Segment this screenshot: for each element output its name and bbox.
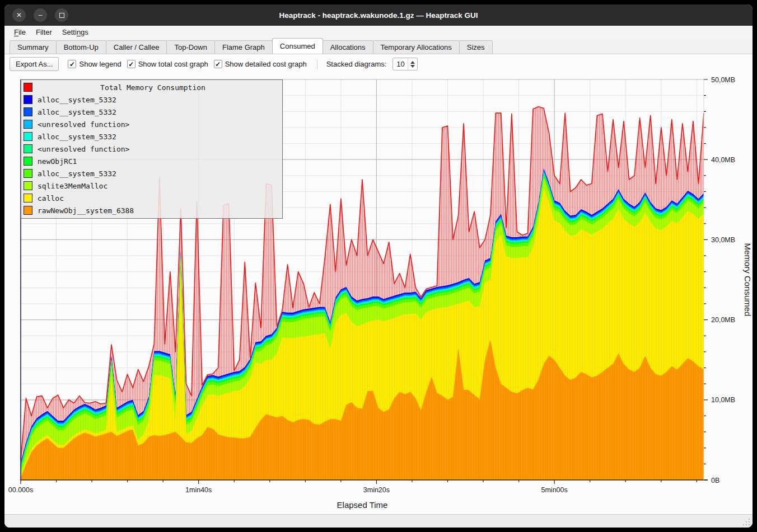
maximize-icon bbox=[59, 13, 64, 18]
minimize-button[interactable]: – bbox=[34, 8, 47, 22]
stacked-diagrams-label: Stacked diagrams: bbox=[326, 60, 387, 68]
legend-item: newObjRC1 bbox=[21, 155, 282, 167]
legend-swatch bbox=[24, 83, 32, 92]
toolbar: Export As... ✓Show legend✓Show total cos… bbox=[4, 54, 753, 74]
tab-flame-graph[interactable]: Flame Graph bbox=[214, 40, 273, 54]
consumed-chart[interactable]: 00.000s1min40s3min20s5min00s0B10,0MB20,0… bbox=[4, 74, 753, 514]
resize-grip-icon[interactable] bbox=[743, 519, 750, 525]
legend-item: <unresolved function> bbox=[21, 118, 282, 130]
menu-settings[interactable]: Settings bbox=[57, 27, 94, 37]
legend-swatch bbox=[24, 107, 32, 116]
legend-label: Total Memory Consumption bbox=[100, 83, 205, 92]
stacked-diagrams-spinbox[interactable]: 10 bbox=[392, 58, 418, 70]
legend-label: alloc__system_5332 bbox=[38, 96, 116, 104]
checkbox-label: Show total cost graph bbox=[138, 60, 208, 68]
svg-text:3min20s: 3min20s bbox=[363, 486, 390, 494]
tab-top-down[interactable]: Top-Down bbox=[166, 40, 215, 54]
svg-text:10,0MB: 10,0MB bbox=[711, 396, 735, 404]
window-controls: ✕– bbox=[12, 8, 68, 22]
legend-title-row: Total Memory Consumption bbox=[21, 81, 282, 93]
title-bar[interactable]: ✕– Heaptrack - heaptrack.wakunode.1.gz —… bbox=[4, 4, 753, 26]
legend-item: sqlite3MemMalloc bbox=[21, 180, 282, 192]
x-axis-title: Elapsed Time bbox=[337, 500, 388, 510]
svg-text:50,0MB: 50,0MB bbox=[711, 76, 735, 84]
legend-label: calloc bbox=[38, 194, 64, 203]
legend-label: <unresolved function> bbox=[38, 145, 129, 153]
legend-swatch bbox=[24, 95, 32, 104]
tab-sizes[interactable]: Sizes bbox=[459, 40, 493, 54]
legend-label: alloc__system_5332 bbox=[38, 170, 116, 178]
window-title: Heaptrack - heaptrack.wakunode.1.gz — He… bbox=[279, 11, 478, 20]
legend-item: rawNewObj__system_6388 bbox=[21, 204, 282, 216]
svg-text:1min40s: 1min40s bbox=[185, 486, 212, 494]
legend-swatch bbox=[24, 157, 32, 166]
legend-swatch bbox=[24, 206, 32, 215]
export-as-button[interactable]: Export As... bbox=[10, 57, 59, 71]
legend-label: newObjRC1 bbox=[38, 157, 77, 166]
tab-summary[interactable]: Summary bbox=[10, 40, 57, 54]
svg-text:5min00s: 5min00s bbox=[541, 486, 568, 494]
checkbox-label: Show detailed cost graph bbox=[225, 60, 307, 68]
legend-item: alloc__system_5332 bbox=[21, 93, 282, 106]
maximize-button[interactable] bbox=[55, 8, 68, 22]
chart-legend: Total Memory Consumptionalloc__system_53… bbox=[21, 79, 283, 219]
legend-item: <unresolved function> bbox=[21, 143, 282, 155]
legend-swatch bbox=[24, 120, 32, 129]
legend-item: calloc bbox=[21, 192, 282, 204]
legend-label: sqlite3MemMalloc bbox=[38, 182, 108, 190]
legend-item: alloc__system_5332 bbox=[21, 106, 282, 118]
menu-file[interactable]: File bbox=[9, 27, 31, 37]
y-axis-title: Memory Consumed bbox=[743, 243, 753, 317]
checkbox-label: Show legend bbox=[79, 60, 121, 68]
legend-label: <unresolved function> bbox=[38, 120, 129, 129]
spin-up-icon[interactable] bbox=[410, 61, 415, 64]
legend-swatch bbox=[24, 169, 32, 178]
legend-swatch bbox=[24, 181, 32, 190]
spinbox-arrows bbox=[408, 58, 417, 70]
checkbox-box[interactable]: ✓ bbox=[214, 60, 222, 68]
legend-item: alloc__system_5332 bbox=[21, 167, 282, 180]
legend-swatch bbox=[24, 144, 32, 153]
spin-down-icon[interactable] bbox=[410, 65, 415, 68]
svg-text:40,0MB: 40,0MB bbox=[711, 156, 735, 164]
tab-consumed[interactable]: Consumed bbox=[272, 38, 323, 54]
svg-text:30,0MB: 30,0MB bbox=[711, 236, 735, 244]
svg-text:00.000s: 00.000s bbox=[8, 486, 33, 494]
heaptrack-window: ✕– Heaptrack - heaptrack.wakunode.1.gz —… bbox=[4, 4, 753, 528]
menu-filter[interactable]: Filter bbox=[31, 27, 57, 37]
legend-label: alloc__system_5332 bbox=[38, 108, 116, 116]
legend-swatch bbox=[24, 194, 32, 203]
svg-text:20,0MB: 20,0MB bbox=[711, 316, 735, 324]
toolbar-separator bbox=[317, 59, 317, 69]
checkbox-group: ✓Show legend✓Show total cost graph✓Show … bbox=[62, 60, 306, 68]
checkbox-show-total-cost-graph[interactable]: ✓Show total cost graph bbox=[127, 60, 208, 68]
tab-allocations[interactable]: Allocations bbox=[323, 40, 373, 54]
tab-temporary-allocations[interactable]: Temporary Allocations bbox=[373, 40, 460, 54]
legend-label: rawNewObj__system_6388 bbox=[38, 206, 134, 215]
stacked-diagrams-value[interactable]: 10 bbox=[393, 58, 408, 70]
checkbox-show-detailed-cost-graph[interactable]: ✓Show detailed cost graph bbox=[214, 60, 307, 68]
checkbox-box[interactable]: ✓ bbox=[127, 60, 135, 68]
tab-caller-callee[interactable]: Caller / Callee bbox=[106, 40, 167, 54]
checkbox-box[interactable]: ✓ bbox=[68, 60, 76, 68]
close-button[interactable]: ✕ bbox=[12, 8, 26, 22]
checkbox-show-legend[interactable]: ✓Show legend bbox=[68, 60, 121, 68]
tab-bottom-up[interactable]: Bottom-Up bbox=[56, 40, 106, 54]
status-bar bbox=[4, 514, 753, 528]
menu-bar: FileFilterSettings bbox=[4, 26, 753, 38]
svg-text:0B: 0B bbox=[711, 477, 719, 484]
legend-item: alloc__system_5332 bbox=[21, 130, 282, 143]
tab-bar: SummaryBottom-UpCaller / CalleeTop-DownF… bbox=[4, 38, 753, 54]
legend-swatch bbox=[24, 132, 32, 141]
legend-label: alloc__system_5332 bbox=[38, 133, 116, 141]
